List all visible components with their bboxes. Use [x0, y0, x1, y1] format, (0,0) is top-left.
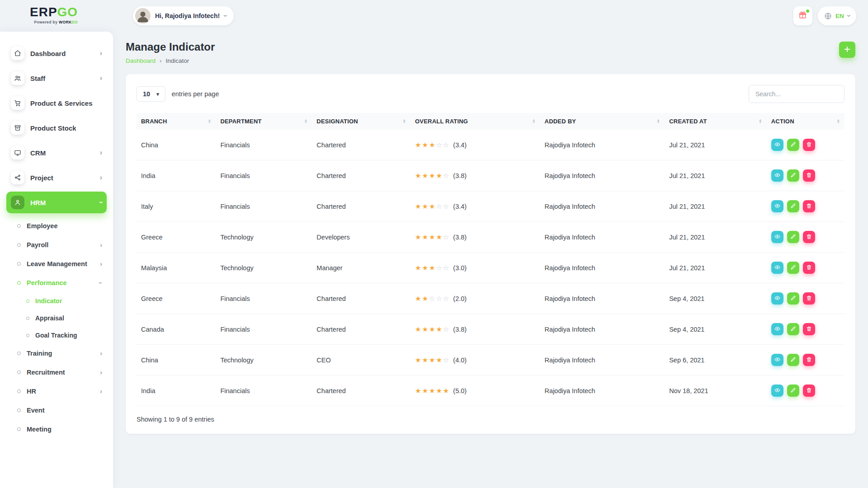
cell-designation: Chartered	[312, 130, 410, 160]
view-button[interactable]	[771, 323, 783, 335]
sidebar-item-dashboard[interactable]: Dashboard ›	[6, 42, 107, 64]
cell-created-at: Jul 21, 2021	[665, 222, 767, 253]
star-icon: ☆	[436, 295, 443, 302]
breadcrumb-dashboard-link[interactable]: Dashboard	[126, 57, 156, 64]
pencil-icon	[790, 295, 796, 302]
edit-button[interactable]	[787, 292, 799, 305]
star-icon: ☆	[436, 202, 443, 210]
delete-button[interactable]	[803, 200, 815, 212]
sidebar-item-hr[interactable]: HR ›	[6, 382, 107, 401]
delete-button[interactable]	[803, 292, 815, 305]
view-button[interactable]	[771, 169, 783, 182]
column-header-created-at[interactable]: CREATED AT▲▼	[665, 113, 767, 130]
edit-button[interactable]	[787, 231, 799, 243]
edit-button[interactable]	[787, 385, 799, 397]
cell-branch: China	[137, 345, 216, 375]
rating-value: (3.0)	[453, 264, 467, 272]
view-button[interactable]	[771, 385, 783, 397]
sidebar-subitem-label: Event	[27, 407, 102, 414]
cell-actions	[767, 253, 844, 283]
sidebar-item-indicator[interactable]: Indicator	[6, 292, 107, 310]
cell-designation: Developers	[312, 222, 410, 253]
sidebar-item-staff[interactable]: Staff ›	[6, 67, 107, 89]
column-header-branch[interactable]: BRANCH▲▼	[137, 113, 216, 130]
star-icon: ★	[415, 141, 422, 149]
rating-value: (3.4)	[453, 141, 467, 149]
page-header: Manage Indicator Dashboard › Indicator	[126, 41, 855, 64]
sidebar-subitem-label: Employee	[27, 222, 102, 230]
sidebar-item-event[interactable]: Event	[6, 401, 107, 420]
sidebar-item-label: Dashboard	[30, 50, 94, 57]
sidebar-item-training[interactable]: Training ›	[6, 344, 107, 363]
star-icon: ☆	[443, 141, 450, 149]
sidebar-item-crm[interactable]: CRM ›	[6, 142, 107, 164]
eye-icon	[774, 234, 780, 241]
star-icon: ★	[422, 387, 429, 394]
cell-rating: ★★★★☆(3.8)	[410, 160, 540, 191]
sidebar-item-performance[interactable]: Performance ›	[6, 273, 107, 292]
view-button[interactable]	[771, 292, 783, 305]
sidebar-item-leave-management[interactable]: Leave Management ›	[6, 254, 107, 273]
sidebar-item-payroll[interactable]: Payroll ›	[6, 235, 107, 254]
star-icon: ★	[415, 202, 422, 210]
column-header-overall-rating[interactable]: OVERALL RATING▲▼	[410, 113, 540, 130]
delete-button[interactable]	[803, 139, 815, 151]
topbar: ERPGO Powered by WORKDO Hi, Rajodiya Inf…	[0, 0, 868, 32]
column-header-department[interactable]: DEPARTMENT▲▼	[216, 113, 312, 130]
column-header-added-by[interactable]: ADDED BY▲▼	[540, 113, 665, 130]
entries-per-page-select[interactable]: 10 ▾	[137, 86, 165, 102]
sidebar-item-meeting[interactable]: Meeting	[6, 420, 107, 439]
sort-icon: ▲▼	[532, 119, 536, 123]
edit-button[interactable]	[787, 139, 799, 151]
language-selector[interactable]: EN ›	[818, 6, 856, 25]
rating-value: (3.8)	[453, 234, 467, 241]
edit-button[interactable]	[787, 323, 799, 335]
sort-icon: ▲▼	[208, 119, 212, 123]
add-indicator-button[interactable]	[839, 42, 855, 58]
view-button[interactable]	[771, 139, 783, 151]
edit-button[interactable]	[787, 200, 799, 212]
search-input[interactable]	[749, 85, 844, 103]
delete-button[interactable]	[803, 262, 815, 274]
edit-button[interactable]	[787, 169, 799, 182]
rating-stars: ★★☆☆☆	[415, 295, 450, 302]
cell-branch: Greece	[137, 283, 216, 314]
edit-button[interactable]	[787, 262, 799, 274]
sidebar-item-project[interactable]: Project ›	[6, 167, 107, 188]
delete-button[interactable]	[803, 231, 815, 243]
cell-department: Financials	[216, 314, 312, 345]
edit-button[interactable]	[787, 354, 799, 366]
view-button[interactable]	[771, 354, 783, 366]
cell-created-at: Jul 21, 2021	[665, 191, 767, 222]
gift-button[interactable]	[793, 6, 812, 25]
delete-button[interactable]	[803, 385, 815, 397]
cell-designation: Chartered	[312, 160, 410, 191]
view-button[interactable]	[771, 262, 783, 274]
sidebar-item-employee[interactable]: Employee	[6, 216, 107, 235]
sidebar-item-goal-tracking[interactable]: Goal Tracking	[6, 327, 107, 344]
sidebar-subitem-label: Leave Management	[27, 260, 94, 267]
cell-rating: ★★☆☆☆(2.0)	[410, 283, 540, 314]
sidebar-item-recruitment[interactable]: Recruitment ›	[6, 363, 107, 382]
column-header-designation[interactable]: DESIGNATION▲▼	[312, 113, 410, 130]
delete-button[interactable]	[803, 323, 815, 335]
language-label: EN	[835, 13, 844, 19]
pencil-icon	[790, 387, 796, 394]
delete-button[interactable]	[803, 354, 815, 366]
view-button[interactable]	[771, 200, 783, 212]
trash-icon	[806, 295, 812, 302]
erpgo-logo[interactable]: ERPGO Powered by WORKDO	[30, 6, 78, 24]
chevron-right-icon: ›	[100, 241, 102, 249]
cell-department: Financials	[216, 283, 312, 314]
sidebar-item-appraisal[interactable]: Appraisal	[6, 310, 107, 327]
sidebar-item-product-stock[interactable]: Product Stock	[6, 117, 107, 139]
cell-added-by: Rajodiya Infotech	[540, 160, 665, 191]
delete-button[interactable]	[803, 169, 815, 182]
cell-branch: Canada	[137, 314, 216, 345]
avatar	[135, 8, 151, 23]
trash-icon	[806, 234, 812, 241]
view-button[interactable]	[771, 231, 783, 243]
sidebar-item-hrm[interactable]: HRM ›	[6, 192, 107, 213]
user-menu[interactable]: Hi, Rajodiya Infotech! ›	[133, 6, 234, 25]
sidebar-item-product-services[interactable]: Product & Services	[6, 92, 107, 114]
